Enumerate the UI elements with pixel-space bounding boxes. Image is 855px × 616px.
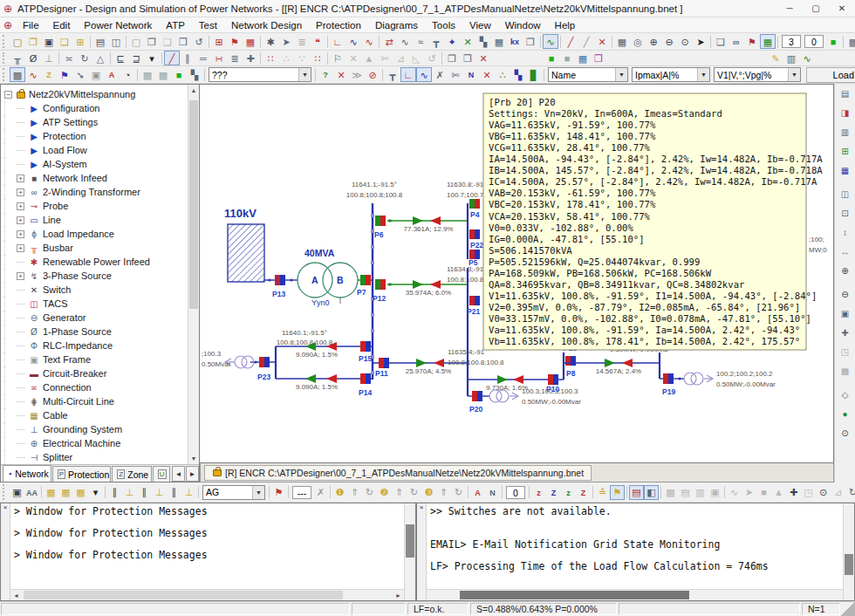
tree-item-atp-settings[interactable]: ▶ATP Settings [4, 115, 188, 129]
scroll-thumb[interactable] [189, 100, 198, 309]
protection-message-text[interactable]: > Window for Protection Messages > Windo… [10, 503, 404, 589]
a-frame-button[interactable]: A [104, 67, 120, 82]
side-frame-button[interactable]: ▣ [837, 305, 854, 322]
state-swatch-button[interactable]: ■ [825, 34, 841, 49]
probe-p11[interactable]: P11 [375, 358, 389, 378]
dock-right-button[interactable]: ⊒ [128, 51, 144, 65]
tree-item-protection[interactable]: ▶Protection [4, 129, 188, 143]
layers-color-button[interactable]: ▚ [187, 67, 202, 82]
select-cursor-button[interactable]: ➤ [693, 34, 708, 49]
expand-icon[interactable]: + [17, 188, 24, 196]
q-circle-button[interactable]: ◔ [120, 67, 135, 82]
probe-p12[interactable]: P12 [373, 279, 386, 303]
plus-tool-button[interactable]: ✚ [786, 485, 801, 500]
tabs-scroll-right-icon[interactable]: ► [186, 466, 199, 482]
tree-item-cable[interactable]: ▦Cable [4, 408, 188, 422]
zoom-select-button[interactable]: ⊙ [677, 34, 693, 49]
ground-1-button[interactable]: ⊥ [122, 485, 137, 500]
side-box-button[interactable]: ⊡ [837, 205, 854, 222]
swatch-run-button[interactable]: ■ [171, 67, 187, 82]
side-shade-button[interactable]: ▩ [837, 363, 854, 380]
flag-route-button[interactable]: ⚑ [57, 67, 72, 82]
close-button[interactable]: ✕ [829, 0, 855, 17]
n-frame-button[interactable]: N [485, 485, 500, 500]
system-message-text[interactable]: >> Switches are not available. EMAIL> E-… [427, 503, 843, 589]
breaker-close-button[interactable]: ∵ [294, 51, 310, 65]
h-scrollbar[interactable]: ◄ ► [10, 589, 404, 600]
curve-green-button[interactable]: ∿ [543, 34, 558, 49]
list-red-button[interactable]: ▤ [629, 485, 644, 500]
h-scrollbar[interactable] [427, 589, 843, 600]
toolbar-grip[interactable] [3, 52, 7, 65]
cb-dropdown-button[interactable]: ▾ [88, 485, 103, 500]
lock-element-button[interactable]: ▲ [361, 51, 377, 65]
stage-2-loop-button[interactable]: ↻ [407, 485, 421, 500]
tree-item-tacs[interactable]: ◫TACS [4, 297, 188, 311]
tree-item-switch[interactable]: ✕Switch [4, 283, 188, 297]
tree-item-load-impedance[interactable]: +ϕLoad Impedance [4, 227, 188, 241]
tree-item-3-phase-source[interactable]: +↯3-Phase Source [4, 269, 188, 283]
scroll-right-icon[interactable]: ► [393, 592, 404, 599]
new-page-button[interactable]: ▢ [128, 34, 144, 49]
fast-forward-button[interactable]: ≫ [349, 67, 365, 82]
bars-history-button[interactable]: ▥ [783, 51, 799, 65]
swatch-dim2-button[interactable]: ▩ [155, 67, 171, 82]
run-state-gray-button[interactable]: ■ [559, 51, 575, 65]
tab-zone[interactable]: ZZone [112, 466, 151, 482]
menu-view[interactable]: View [462, 17, 498, 33]
edit-note-button[interactable]: ✎ [768, 51, 783, 65]
toolbar-grip[interactable] [3, 68, 7, 81]
menu-help[interactable]: Help [548, 17, 583, 33]
layers-button[interactable]: ≣ [294, 34, 310, 49]
probe-p5[interactable]: P5 [469, 250, 480, 267]
probe-p21[interactable]: P21 [467, 296, 480, 316]
gray-up-button[interactable]: ▲ [771, 485, 786, 500]
collapse-icon[interactable]: − [4, 91, 12, 99]
tree-item-splitter[interactable]: ⊣Splitter [4, 450, 188, 464]
chevron-down-icon[interactable]: ▼ [615, 68, 627, 81]
curve-b-button[interactable]: ∿ [416, 67, 432, 82]
comment-button[interactable]: ❝ [310, 34, 325, 49]
curve-view-button[interactable]: ∿ [345, 34, 361, 49]
tree-item-text-frame[interactable]: ▣Text Frame [4, 352, 188, 366]
cb-group-3-button[interactable]: ▦ [73, 485, 88, 500]
v-scrollbar[interactable] [404, 503, 415, 600]
curve-ka-button[interactable]: ∿ [25, 67, 41, 82]
tools-cross-button[interactable]: ✗ [432, 67, 448, 82]
z-2-button[interactable]: Z [546, 485, 561, 500]
copy-button[interactable]: ❐ [144, 34, 160, 49]
level-count-field[interactable]: 3 [782, 35, 801, 48]
chevron-down-icon[interactable]: ▼ [697, 68, 709, 81]
tree-item-probe[interactable]: +⊸Probe [4, 199, 188, 213]
tree-item-ai-system[interactable]: ▶AI-System [4, 157, 188, 171]
menu-network-design[interactable]: Network Design [224, 17, 309, 33]
bars-colored-button[interactable]: ▊ [526, 67, 542, 82]
curve-edit-button[interactable]: ∿ [361, 34, 377, 49]
probe-symbol-button[interactable]: ┳ [428, 34, 444, 49]
menu-protection[interactable]: Protection [309, 17, 368, 33]
pause-marks-button[interactable]: ∥ [180, 51, 195, 65]
bs-chart-button[interactable]: ▚ [510, 67, 526, 82]
swatch-dim-button[interactable]: ▩ [140, 67, 155, 82]
duplicate-button[interactable]: ❒ [175, 34, 191, 49]
ground-2-button[interactable]: ⊥ [152, 485, 167, 500]
menu-atp[interactable]: ATP [159, 17, 192, 33]
diagram-2-button[interactable]: ≈ [413, 34, 428, 49]
diagram-3-button[interactable]: ▚ [475, 34, 491, 49]
side-horizontal-button[interactable]: ↔ [837, 243, 854, 260]
tree-item-grounding-system[interactable]: ⊥Grounding System [4, 422, 188, 436]
save-button[interactable]: ▣ [41, 34, 57, 49]
tab-network[interactable]: ▪Network [3, 465, 51, 482]
tree-item-1-phase-source[interactable]: Ø1-Phase Source [4, 325, 188, 339]
probe-info-box[interactable]: [Prb 20] P20Settings: Vn=20kV, In=600A, … [483, 93, 823, 350]
cb-group-1-button[interactable]: ▦ [44, 485, 58, 500]
z-impedance-button[interactable]: Z [41, 67, 57, 82]
mirror-v-button[interactable]: ⊿ [393, 51, 408, 65]
tree-item-busbar[interactable]: +╥Busbar [4, 241, 188, 255]
probe-p22[interactable]: P22 [469, 229, 483, 250]
curve-l-button[interactable]: ∟ [330, 34, 345, 49]
menu-power-network[interactable]: Power Network [77, 17, 159, 33]
side-plus-button[interactable]: ✚ [837, 325, 854, 341]
tree-item-multi-circuit-line[interactable]: ⋕Multi-Circuit Line [4, 394, 188, 408]
draw-line-red-button[interactable]: ╱ [563, 34, 578, 49]
